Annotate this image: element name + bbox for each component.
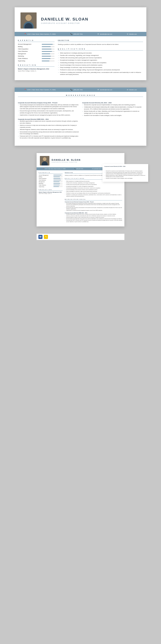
page3-right-panel: Corporate Account Director| Jul 2014 – 2… bbox=[102, 164, 148, 182]
small-job-bullet: Partnered with SVP, Sr. Directors and VP… bbox=[65, 220, 122, 222]
small-job-bullet: Implemented a Corporate Account manageme… bbox=[65, 210, 122, 211]
p2-linkedin-icon: in bbox=[127, 89, 128, 90]
job-title: Corporate Account Director| CBRE 2012 – … bbox=[18, 118, 79, 120]
skill-item: Supervising bbox=[18, 60, 54, 62]
job-bullet: Attended Regional, National, and/or Glob… bbox=[18, 129, 79, 131]
qual-list-item: Proficient in creating and conducting co… bbox=[58, 72, 143, 76]
work-experience-body: Corporate Account Director| Compass Grou… bbox=[15, 99, 146, 146]
phone-icon: 📞 bbox=[70, 33, 72, 35]
small-contact-email: ✉ danielle@email.com bbox=[92, 168, 103, 169]
edit-icon-button[interactable]: ✎ bbox=[44, 235, 48, 239]
small-skills-list: Account Management Bidding Client Acquis… bbox=[39, 175, 62, 187]
job-entry: Corporate Account Director| Compass Grou… bbox=[18, 102, 79, 116]
job-bullet: Demonstrated strong leadership among int… bbox=[18, 131, 79, 135]
small-phone-icon: 📞 bbox=[74, 168, 76, 169]
small-education-title: E D U C A T I O N bbox=[39, 189, 62, 191]
small-skill-item: Marketing bbox=[39, 183, 62, 184]
small-skill-fill bbox=[54, 183, 60, 184]
job-bullet: Partnered with SVP, Sr. Directors and VP… bbox=[18, 135, 79, 139]
panel-job-item: Collaborated and developed relationship … bbox=[104, 172, 146, 175]
qual-list-item: Wide experience in strategic planning an… bbox=[58, 52, 143, 54]
skill-item: Client Retention bbox=[18, 50, 54, 52]
skill-bar-fill bbox=[42, 54, 50, 54]
small-qual-item: Deep knowledge of multi-level, major acc… bbox=[65, 190, 122, 192]
skill-item: Management bbox=[18, 53, 54, 54]
objective-text: Seeking a position in which my abilities… bbox=[58, 44, 143, 46]
small-edu-degree: Master's Degree in Business Management, … bbox=[39, 192, 62, 193]
qual-list-item: Outstanding knowledge of all products an… bbox=[58, 62, 143, 64]
right-column: OBJECTIVE Seeking a position in which my… bbox=[58, 40, 143, 76]
skill-label: Public Relations bbox=[18, 58, 28, 59]
job-bullet: Implemented a Corporate Account manageme… bbox=[18, 114, 79, 116]
small-skill-track bbox=[54, 183, 62, 184]
skill-item: Client Acquisition bbox=[18, 48, 54, 50]
expertis-title: E X P E R T I S bbox=[18, 40, 54, 42]
small-skill-item: Account Management bbox=[39, 175, 62, 176]
job-bullets: Successfully developed and maintained th… bbox=[18, 104, 79, 116]
p2-contact-address: 📍 1234 S. Main Street, Miami Gardens, FL… bbox=[24, 89, 56, 90]
qual-list-item: Familiar with structuring sales quota go… bbox=[58, 57, 143, 59]
qual-list-item: Proficient in areas such as strategic se… bbox=[58, 69, 143, 71]
small-email-icon: ✉ bbox=[92, 168, 93, 169]
avatar bbox=[20, 12, 36, 28]
qualifications-title: Q U A L I F I C A T I O N S bbox=[58, 48, 143, 50]
resume-header: DANIELLE W. SLOAN CORPORATE ACCOUNT DIRE… bbox=[15, 7, 146, 32]
small-job-bullet: Demonstrated strong leadership among int… bbox=[65, 218, 122, 220]
small-skill-label: Public Relations bbox=[39, 184, 46, 186]
small-job-bullet: Identified opportunities to expand and s… bbox=[65, 214, 122, 215]
small-expertis-title: E X P E R T I S bbox=[39, 172, 62, 174]
small-job-bullet: Attended Regional, National, and/or Glob… bbox=[65, 217, 122, 218]
panel-job-title: Corporate Account Director| Jul 2014 – 2… bbox=[104, 166, 146, 167]
skill-bar-track bbox=[42, 44, 54, 45]
qualifications-list: Wide experience in strategic planning an… bbox=[58, 52, 143, 76]
small-skill-track bbox=[54, 180, 62, 180]
small-job-title: Corporate Account Director| CBRE 2012 – … bbox=[65, 212, 122, 214]
job-bullet: Directed the corporate account implement… bbox=[82, 104, 143, 106]
p2-phone-icon: 📞 bbox=[70, 89, 72, 90]
small-job-bullets: Successfully developed and maintained th… bbox=[65, 203, 122, 211]
job-bullets: Identified opportunities to expand and s… bbox=[18, 120, 79, 139]
small-job-bullet: Successfully developed and maintained th… bbox=[65, 203, 122, 207]
contact-address: 📍 1234 S. Main Street, Miami Gardens, FL… bbox=[24, 33, 56, 35]
small-qualifications-list: Wide experience in strategic planning an… bbox=[65, 180, 122, 197]
page3-wrapper: DANIELLE W. SLOAN CORPORATE ACCOUNT DIRE… bbox=[15, 153, 146, 226]
skill-bar-fill bbox=[42, 44, 53, 45]
small-contact-address: 📍 1234 S. Main Street, Miami Gardens, FL… bbox=[43, 168, 66, 169]
small-skill-label: Management bbox=[39, 181, 45, 182]
small-skill-fill bbox=[54, 185, 60, 185]
skill-bar-fill bbox=[42, 56, 51, 56]
small-job-bullet: Ensured thorough and timely communicatio… bbox=[65, 207, 122, 210]
skill-bar-fill bbox=[42, 51, 52, 52]
small-skill-item: Client Retention bbox=[39, 180, 62, 181]
skill-item: Account Management bbox=[18, 44, 54, 45]
header-text: DANIELLE W. SLOAN CORPORATE ACCOUNT DIRE… bbox=[41, 17, 140, 24]
small-qual-item: Exceptional knowledge of a matrix manage… bbox=[65, 186, 122, 187]
contact-linkedin: in linkedin.com bbox=[127, 33, 137, 35]
word-icon-button[interactable]: W bbox=[38, 235, 42, 239]
small-skill-track bbox=[54, 186, 62, 187]
small-skill-track bbox=[54, 175, 62, 175]
small-skill-track bbox=[54, 178, 62, 179]
small-skill-track bbox=[54, 182, 62, 182]
small-skill-label: Bidding bbox=[39, 176, 42, 178]
skill-bar-track bbox=[42, 54, 54, 54]
resume-job-title: CORPORATE ACCOUNT DIRECTOR bbox=[41, 22, 140, 24]
small-job-bullets: Identified opportunities to expand and s… bbox=[65, 214, 122, 222]
skill-item: Marketing bbox=[18, 55, 54, 57]
panel-job-item: Directed the corporate account implement… bbox=[104, 170, 146, 172]
small-header-text: DANIELLE W. SLOAN CORPORATE ACCOUNT DIRE… bbox=[52, 158, 80, 163]
skill-bar-fill bbox=[42, 60, 50, 61]
small-role: CORPORATE ACCOUNT DIRECTOR bbox=[52, 162, 80, 163]
contact-email: ✉ danielle@email.com bbox=[98, 33, 112, 35]
small-qual-item: Familiar with contracting, negotiating, … bbox=[65, 182, 122, 184]
skill-label: Marketing bbox=[18, 55, 24, 57]
left-column: E X P E R T I S Account Management Biddi… bbox=[18, 40, 54, 76]
education-title: E D U C A T I O N bbox=[18, 64, 54, 67]
skill-bar-track bbox=[42, 60, 54, 61]
skill-bar-track bbox=[42, 58, 54, 59]
small-qual-item: Familiar with structuring sales quota go… bbox=[65, 184, 122, 185]
skill-bar-track bbox=[42, 51, 54, 52]
skill-bar-track bbox=[42, 46, 54, 47]
panel-job-item: Assisted in the formulation of sales str… bbox=[104, 178, 146, 179]
job-bullet: Acted as a resource to help train and de… bbox=[18, 124, 79, 128]
